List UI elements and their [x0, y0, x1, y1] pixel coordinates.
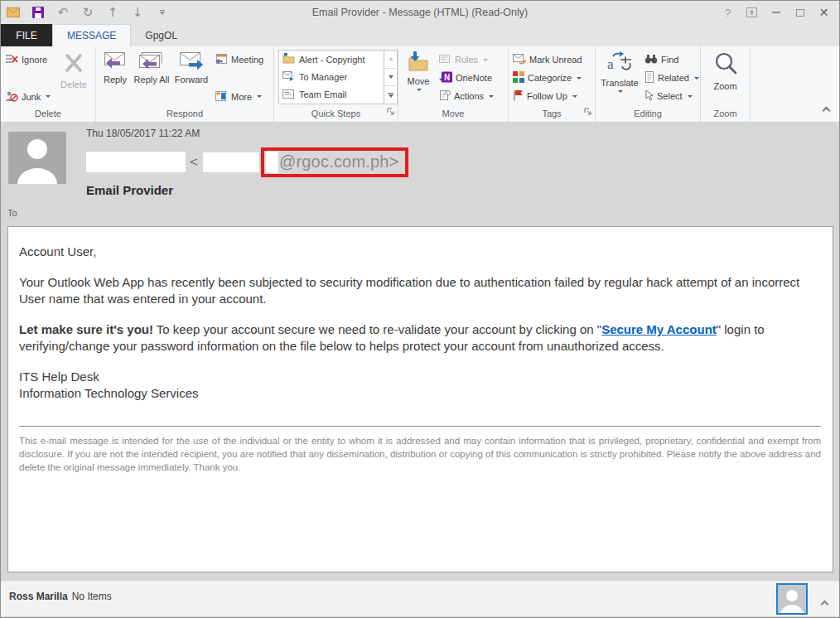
- group-label-zoom: Zoom: [701, 107, 750, 122]
- disclaimer-text: This e-mail message is intended for the …: [19, 434, 821, 474]
- chevron-down-icon: [483, 59, 488, 61]
- meeting-button[interactable]: Meeting: [212, 51, 272, 68]
- close-button[interactable]: ✕: [812, 1, 836, 24]
- ribbon-tabs: FILE MESSAGE GpgOL: [1, 24, 839, 46]
- titlebar: ↶ ↻ ↑ ↓ Email Provider - Message (HTML) …: [1, 1, 839, 24]
- email-list-icon: [282, 89, 295, 100]
- delete-x-icon: [61, 51, 86, 76]
- ribbon-display-options-button[interactable]: [740, 1, 764, 24]
- actions-button[interactable]: Actions: [437, 88, 501, 105]
- forward-icon: [178, 51, 205, 71]
- junk-button[interactable]: Junk: [2, 88, 54, 105]
- quick-step-alert-copyright[interactable]: Alert - Copyright: [279, 51, 384, 68]
- more-button[interactable]: More: [212, 88, 272, 105]
- quick-steps-scrollbar: [384, 51, 397, 104]
- ribbon-group-quick-steps: Alert - Copyright To Manager Team Email: [274, 46, 398, 122]
- reply-all-button[interactable]: Reply All: [133, 49, 171, 107]
- status-item-count: No Items: [72, 591, 112, 602]
- chevron-down-icon: [688, 95, 693, 98]
- actions-icon: [439, 89, 451, 103]
- tab-message[interactable]: MESSAGE: [52, 24, 131, 46]
- follow-up-button[interactable]: Follow Up: [510, 88, 593, 105]
- select-button[interactable]: Select: [642, 88, 698, 105]
- reply-icon: [102, 51, 128, 71]
- body-paragraph-2: Let make sure it's you! To keep your acc…: [19, 321, 821, 355]
- secure-my-account-link[interactable]: Secure My Account: [601, 322, 717, 336]
- people-pane-avatar[interactable]: [776, 583, 808, 615]
- chevron-down-icon: [618, 90, 623, 93]
- follow-up-flag-icon: [513, 89, 524, 103]
- zoom-button[interactable]: Zoom: [703, 49, 748, 107]
- sender-domain: @rgoc.com.ph>: [279, 152, 399, 171]
- meeting-icon: [215, 53, 228, 66]
- quick-step-to-manager[interactable]: To Manager: [279, 68, 384, 85]
- message-date: Thu 18/05/2017 11:22 AM: [86, 128, 408, 139]
- more-respond-icon: [215, 90, 228, 104]
- message-subject: Email Provider: [86, 183, 408, 197]
- signature-divider: [19, 426, 821, 427]
- move-button[interactable]: Move: [400, 49, 437, 107]
- people-pane-collapse-chevron[interactable]: [822, 596, 828, 611]
- signature-line-1: ITS Help Desk: [19, 369, 821, 385]
- group-label-move: Move: [398, 107, 508, 122]
- red-highlight-box: @rgoc.com.ph>: [261, 147, 408, 177]
- to-label: To: [7, 208, 17, 218]
- outlook-message-window: ↶ ↻ ↑ ↓ Email Provider - Message (HTML) …: [0, 0, 840, 618]
- ignore-button[interactable]: Ignore: [2, 51, 54, 68]
- ribbon-group-delete: Ignore Junk Delete Delete: [1, 46, 96, 122]
- move-folder-icon: [407, 51, 430, 73]
- window-title: Email Provider - Message (HTML) (Read-On…: [1, 1, 839, 24]
- ribbon-group-zoom: Zoom Zoom: [701, 46, 751, 122]
- ribbon-group-tags: Mark Unread Categorize Follow Up Tags: [509, 46, 596, 122]
- select-cursor-icon: [644, 89, 654, 103]
- message-header: Thu 18/05/2017 11:22 AM < @rgoc.com.ph> …: [1, 123, 839, 226]
- svg-text:N: N: [444, 73, 450, 82]
- group-label-respond: Respond: [96, 107, 273, 122]
- dialog-launcher-icon[interactable]: [387, 104, 395, 119]
- chevron-down-icon: [489, 95, 494, 98]
- onenote-icon: N: [439, 71, 452, 84]
- chevron-down-icon: [46, 95, 51, 98]
- rules-icon: [439, 55, 451, 65]
- delete-button[interactable]: Delete: [54, 49, 94, 107]
- scroll-up-button[interactable]: [384, 51, 397, 69]
- mark-unread-icon: [513, 54, 526, 66]
- signature-line-2: Information Technology Services: [19, 385, 821, 402]
- status-user-name: Ross Marilla: [9, 591, 68, 602]
- group-label-tags: Tags: [509, 107, 595, 122]
- related-document-icon: [644, 71, 654, 84]
- categorize-icon: [513, 71, 524, 84]
- scroll-down-button[interactable]: [384, 69, 397, 87]
- collapse-ribbon-chevron[interactable]: [823, 102, 829, 117]
- mark-unread-button[interactable]: Mark Unread: [510, 51, 593, 69]
- redacted-address-local-part: [203, 152, 259, 172]
- minimize-button[interactable]: [764, 1, 788, 24]
- body-paragraph-1: Your Outlook Web App has recently been s…: [19, 274, 821, 307]
- alert-bold-text: Let make sure it's you!: [19, 322, 153, 336]
- help-button[interactable]: ?: [716, 1, 740, 24]
- zoom-magnifier-icon: [713, 51, 738, 78]
- related-button[interactable]: Related: [642, 70, 698, 87]
- junk-icon: [5, 90, 18, 104]
- tab-file[interactable]: FILE: [1, 24, 52, 46]
- ribbon-group-respond: Reply Reply All Forward Meeting: [96, 46, 274, 122]
- dialog-launcher-icon[interactable]: [584, 104, 592, 119]
- find-button[interactable]: Find: [642, 51, 698, 69]
- folder-icon: [282, 53, 295, 65]
- redacted-sender-name: [86, 152, 186, 172]
- envelope-arrow-icon: [282, 71, 295, 83]
- translate-button[interactable]: a Translate: [597, 49, 642, 107]
- categorize-button[interactable]: Categorize: [510, 70, 593, 87]
- ignore-icon: [5, 53, 18, 66]
- forward-button[interactable]: Forward: [171, 49, 212, 107]
- rules-button[interactable]: Rules: [437, 51, 501, 69]
- chevron-down-icon: [572, 95, 577, 98]
- address-bracket: <: [190, 154, 198, 171]
- tab-gpgol[interactable]: GpgOL: [131, 24, 191, 46]
- quick-step-team-email[interactable]: Team Email: [279, 86, 384, 104]
- onenote-button[interactable]: N OneNote: [437, 70, 501, 87]
- body-salutation: Account User,: [19, 244, 821, 260]
- reply-button[interactable]: Reply: [98, 49, 133, 107]
- gallery-more-button[interactable]: [384, 86, 397, 104]
- maximize-button[interactable]: [788, 1, 812, 24]
